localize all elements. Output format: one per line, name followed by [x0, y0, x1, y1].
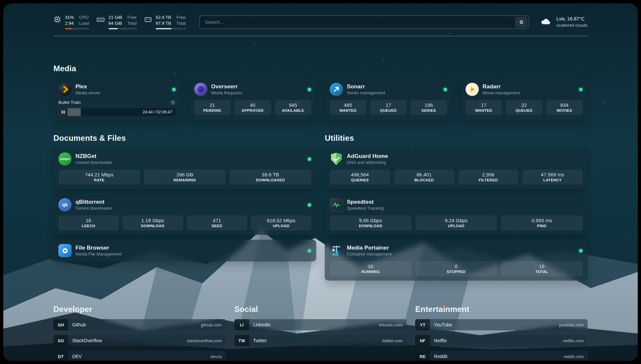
stat-download: 1.19 Gbps DOWNLOAD — [123, 215, 183, 230]
stat-pending: 21 PENDING — [194, 100, 231, 115]
cpu-label: CPU — [79, 15, 89, 20]
app-card-adguard[interactable]: AdGuard Home DNS and adblocking 498,564 … — [325, 148, 588, 189]
cpu-icon — [53, 15, 61, 25]
link-url: github.com — [201, 322, 222, 327]
disk-usage-bar — [156, 28, 186, 29]
app-card-nzbget[interactable]: nzbget NZBGet Usenet downloader 744.21 M… — [53, 148, 316, 189]
status-dot — [172, 88, 176, 91]
app-title: NZBGet — [76, 153, 112, 160]
app-subtitle: Movie management — [483, 90, 520, 96]
app-title: Overseerr — [211, 83, 242, 90]
disk-widget: 52.4 TB 97.9 TB Free Total — [144, 15, 186, 29]
stat-movies: 834 MOVIES — [546, 100, 583, 115]
stat-rate: 744.21 Mbps RATE — [58, 169, 140, 185]
stat-approved: 40 APPROVED — [234, 100, 271, 115]
status-dot — [308, 88, 311, 91]
link-url: dev.to — [210, 354, 222, 359]
app-card-portainer[interactable]: Media Portainer Container management 16 … — [325, 240, 588, 281]
status-dot — [579, 249, 583, 253]
nzbget-icon: nzbget — [58, 152, 72, 166]
link-linkedin[interactable]: LI LinkedIn linkedin.com — [234, 319, 407, 330]
app-card-overseerr[interactable]: Overseerr Media Requests 21 PENDING 40 A… — [189, 78, 317, 120]
stat-latency: 47.569 ms LATENCY — [522, 169, 583, 185]
link-dev[interactable]: DT DEV dev.to — [53, 351, 226, 361]
gear-icon[interactable] — [170, 100, 176, 105]
app-title: Sonarr — [347, 83, 385, 90]
app-subtitle: Media Requests — [211, 90, 242, 96]
playback-progress-bar[interactable]: 24:44 / 02:06:47 — [58, 108, 176, 116]
stat-upload: 618.52 Mbps UPLOAD — [251, 215, 311, 230]
sonarr-icon — [330, 83, 343, 96]
ram-usage-bar — [108, 28, 137, 29]
link-abbr: RE — [415, 351, 430, 361]
link-reddit[interactable]: RE Reddit reddit.com — [415, 351, 588, 361]
stat-remaining: 266 GB REMAINING — [144, 169, 226, 185]
search-engine-button[interactable]: G — [515, 17, 528, 27]
cpu-load-value: 2.94 — [65, 20, 74, 26]
status-dot — [443, 88, 447, 91]
ram-total-label: Total — [127, 20, 137, 26]
stat-total: 16 TOTAL — [501, 261, 583, 276]
app-subtitle: Series management — [347, 90, 385, 96]
stat-wanted: 17 WANTED — [466, 100, 502, 115]
stat-blocked: 86,401 BLOCKED — [394, 169, 454, 185]
link-url: twitter.com — [382, 338, 403, 343]
section-title-utilities: Utilities — [325, 134, 588, 143]
ram-free-label: Free — [127, 15, 137, 20]
link-abbr: TW — [234, 335, 249, 346]
app-subtitle: Media server — [76, 90, 100, 96]
stat-upload: 9.24 Gbps UPLOAD — [415, 215, 497, 230]
link-name: Twitter — [253, 338, 267, 343]
link-abbr: GH — [53, 319, 68, 330]
disk-total-label: Total — [176, 20, 186, 26]
link-youtube[interactable]: YT YouTube youtube.com — [415, 319, 588, 330]
speedtest-icon — [330, 198, 343, 211]
app-card-filebrowser[interactable]: File Browser Media File Management — [53, 240, 316, 261]
app-subtitle: Torrent downloader — [76, 206, 112, 211]
app-card-plex[interactable]: Plex Media server Bullet Train — [53, 78, 181, 120]
radarr-icon — [466, 83, 479, 96]
section-title-entertainment: Entertainment — [415, 305, 588, 314]
stat-seed: 471 SEED — [187, 215, 247, 230]
disk-total-value: 97.9 TB — [156, 20, 171, 26]
stat-leech: 16 LEECH — [58, 215, 119, 230]
qbittorrent-icon: qb — [58, 198, 72, 211]
app-title: File Browser — [76, 244, 121, 252]
stat-wanted: 485 WANTED — [330, 100, 366, 115]
stat-filtered: 2,956 FILTERED — [458, 169, 519, 185]
playback-time: 24:44 / 02:06:47 — [142, 110, 172, 114]
search-input[interactable] — [201, 19, 515, 25]
top-bar: 31% 2.94 CPU Load — [53, 15, 588, 29]
app-card-sonarr[interactable]: Sonarr Series management 485 WANTED 17 Q… — [325, 78, 452, 120]
section-title-documents: Documents & Files — [53, 134, 316, 143]
status-dot — [579, 88, 583, 91]
stat-ping: 0.993 ms PING — [501, 215, 583, 230]
status-dot — [308, 157, 311, 161]
link-name: Reddit — [434, 354, 447, 359]
app-subtitle: Container management — [347, 252, 392, 257]
app-title: qBittorrent — [76, 198, 112, 206]
link-url: youtube.com — [559, 322, 584, 327]
disk-free-value: 52.4 TB — [156, 15, 171, 20]
app-card-radarr[interactable]: Radarr Movie management 17 WANTED 22 QUE… — [461, 78, 588, 120]
link-twitter[interactable]: TW Twitter twitter.com — [234, 335, 407, 346]
link-netflix[interactable]: NF Netflix netflix.com — [415, 335, 588, 346]
link-github[interactable]: GH Github github.com — [53, 319, 226, 330]
app-card-speedtest[interactable]: Speedtest Speedtest Tracking 9.65 Gbps D… — [325, 194, 588, 235]
link-name: Github — [72, 322, 86, 327]
link-name: StackOverflow — [72, 338, 102, 343]
weather-widget[interactable]: Lviv, 16.87°C scattered clouds — [540, 16, 588, 28]
pause-icon[interactable] — [58, 108, 68, 116]
app-subtitle: Media File Management — [76, 252, 121, 257]
link-stackoverflow[interactable]: SO StackOverflow stackoverflow.com — [53, 335, 226, 346]
link-url: stackoverflow.com — [187, 338, 222, 343]
link-url: linkedin.com — [379, 322, 403, 327]
app-card-qbittorrent[interactable]: qb qBittorrent Torrent downloader 16 LEE… — [53, 194, 316, 235]
app-subtitle: Speedtest Tracking — [347, 206, 383, 211]
ram-free-value: 21 GiB — [108, 15, 122, 20]
stat-stopped: 0 STOPPED — [415, 261, 497, 276]
app-subtitle: Usenet downloader — [76, 160, 112, 166]
stat-downloaded: 39.6 TB DOWNLOADED — [229, 169, 311, 185]
link-url: reddit.com — [564, 354, 584, 359]
stat-download: 9.65 Gbps DOWNLOAD — [330, 215, 412, 230]
